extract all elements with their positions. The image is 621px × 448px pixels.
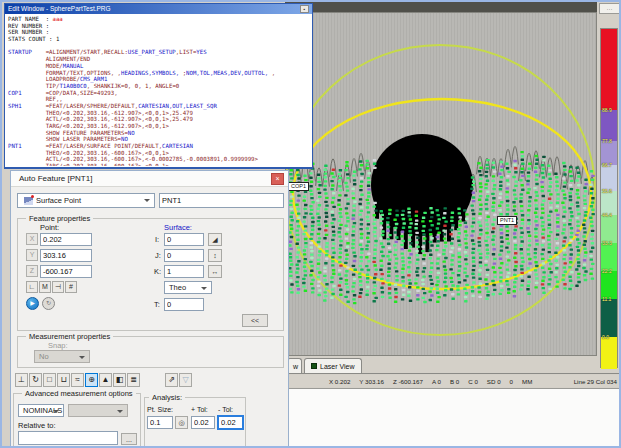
scan-point-cloud-scene	[286, 13, 596, 355]
screenshot-root: COP1 PNT1 ··· 88.977.866.755.644.433.322…	[0, 0, 621, 448]
status-item: Line 29 Col 034	[574, 378, 617, 385]
relative-to-label: Relative to:	[18, 421, 56, 430]
edit-window-menu-button[interactable]: ▪	[300, 5, 309, 13]
surface-label: Surface:	[164, 223, 192, 232]
zigzag-scan-button[interactable]: ≈	[71, 373, 84, 387]
feature-name-input[interactable]	[159, 193, 284, 208]
pnt-label: PNT1	[497, 216, 517, 225]
status-bar: X 0.202Y 303.16Z -600.167A 0B 0C 0SD 00M…	[285, 375, 621, 387]
offset-button[interactable]: ◧	[113, 373, 126, 387]
graphics-viewport[interactable]: COP1 PNT1	[285, 12, 597, 356]
status-item: C 0	[468, 378, 478, 385]
code-line	[8, 43, 309, 50]
tab-laser-view[interactable]: Laser View	[304, 358, 362, 373]
profile-button[interactable]: ⊔	[57, 373, 70, 387]
color-scale-options-button[interactable]: ···	[599, 3, 620, 14]
crosshair-target-button[interactable]: ⊕	[85, 373, 98, 387]
snap-value: No	[39, 352, 49, 361]
advanced-options-group: Advanced measurement options NOMINALS Re…	[13, 393, 141, 448]
point-anchor-toggle-button[interactable]: ⊣	[52, 281, 64, 293]
code-line: TARG/<0.202,303.16,-600.167>,<0,0,1>	[8, 163, 309, 166]
i-label: I:	[155, 235, 159, 244]
flip-vector-icon[interactable]: ↕	[208, 249, 222, 262]
coordinate-toggle-button[interactable]: ∟	[26, 281, 38, 293]
filter-button[interactable]: ▽	[179, 373, 192, 387]
plus-tol-label: + Tol:	[191, 406, 208, 413]
code-line: SPH1 =FEAT/LASER/SPHERE/DEFAULT,CARTESIA…	[8, 103, 309, 110]
analysis-title: Analysis:	[149, 393, 185, 402]
scale-segment-bright-green	[601, 243, 617, 271]
analysis-group: Analysis: Pt. Size: + Tol: - Tol: ◎	[144, 397, 246, 447]
relative-to-input[interactable]	[18, 431, 118, 445]
close-icon[interactable]: ×	[271, 173, 284, 185]
point-z-input[interactable]	[40, 265, 92, 278]
status-item: B 0	[450, 378, 459, 385]
surface-j-input[interactable]	[164, 249, 204, 262]
k-label: K:	[154, 267, 161, 276]
code-line: SHOW LASER PARAMETERS=NO	[8, 136, 309, 143]
dialog-titlebar[interactable]: Auto Feature [PNT1] ×	[11, 171, 288, 187]
secondary-nominals-dropdown[interactable]	[68, 404, 128, 417]
code-line: ACTL/<0.202,303.16,-612.907>,<0,0,1>,25.…	[8, 116, 309, 123]
scale-tick-label: 0.0	[602, 334, 609, 340]
code-line: THEO/<0.202,303.16,-600.167>,<0,0,1>	[8, 150, 309, 157]
grid-toggle-button[interactable]: #	[65, 281, 77, 293]
remeasure-button[interactable]: ↻	[42, 297, 55, 310]
t-label: T:	[154, 300, 160, 309]
code-editor[interactable]: PART NAME : aaaREV NUMBER :SER NUMBER :S…	[5, 14, 312, 166]
z-axis-button[interactable]: Z	[26, 265, 38, 277]
nominals-value: NOMINALS	[23, 406, 62, 415]
test-point-button[interactable]: ▶	[26, 297, 39, 310]
analysis-view-icon[interactable]: ◎	[175, 416, 188, 429]
j-label: J:	[155, 251, 161, 260]
x-axis-button[interactable]: X	[26, 233, 38, 245]
cop-label: COP1	[288, 182, 309, 191]
surface-k-input[interactable]	[164, 265, 204, 278]
code-line: SER NUMBER :	[8, 29, 309, 36]
scale-tick-label: 77.8	[602, 138, 612, 144]
scale-segment-purple	[601, 110, 617, 141]
code-line: REF,,	[8, 96, 309, 103]
region-button[interactable]: □	[43, 373, 56, 387]
browse-button[interactable]: ...	[121, 433, 137, 445]
scale-tick-label: 88.9	[602, 107, 612, 113]
status-item: 0	[510, 378, 513, 385]
snap-dropdown[interactable]: No	[34, 350, 90, 363]
rotate-button[interactable]: ↻	[29, 373, 42, 387]
point-x-input[interactable]	[40, 233, 92, 246]
status-item: A 0	[432, 378, 441, 385]
tab-partial-view[interactable]: w	[287, 358, 302, 373]
code-line: ACTL/<0.202,303.16,-600.167>,<-0.0002785…	[8, 156, 309, 163]
nominals-dropdown[interactable]: NOMINALS	[18, 404, 64, 417]
code-line: LOADPROBE/CMS_ARM1	[8, 76, 309, 83]
theo-dropdown[interactable]: Theo	[164, 281, 212, 294]
scale-tick-label: 22.2	[602, 268, 612, 274]
edit-window-titlebar[interactable]: Edit Window - SpherePartTest.PRG ▪	[5, 4, 312, 14]
point-option-toggle-row: ∟M⊣#	[26, 281, 77, 293]
vector-point-button[interactable]: ⇗	[165, 373, 178, 387]
feature-properties-title: Feature properties	[26, 214, 93, 223]
scale-tick-label: 11.1	[602, 296, 611, 302]
t-value-input[interactable]	[164, 298, 204, 311]
minus-tol-input[interactable]	[218, 416, 243, 429]
depth-button[interactable]: ▲	[99, 373, 112, 387]
code-line: TARG/<0.202,303.16,-612.907>,<0,0,1>	[8, 123, 309, 130]
scale-segment-light-green	[601, 215, 617, 243]
scale-tick-label: 66.7	[602, 162, 612, 168]
point-density-button[interactable]: ≣	[127, 373, 140, 387]
deviation-color-scale: 88.977.866.755.644.433.322.211.10.0	[600, 28, 618, 368]
collapse-dialog-button[interactable]: <<	[242, 314, 268, 327]
scale-segment-dark-teal	[601, 299, 617, 337]
pt-size-input[interactable]	[147, 416, 173, 429]
plus-tol-input[interactable]	[191, 416, 215, 429]
point-y-input[interactable]	[40, 249, 92, 262]
normalize-vector-icon[interactable]: ↔	[208, 265, 222, 278]
feature-type-dropdown[interactable]: Surface Point	[17, 193, 155, 208]
vector-from-cad-icon[interactable]: ◢	[208, 233, 222, 246]
surface-nominals-toggle-button[interactable]: M	[39, 281, 51, 293]
surface-i-input[interactable]	[164, 233, 204, 246]
scale-tick-label: 44.4	[602, 212, 612, 218]
edit-window-title: Edit Window - SpherePartTest.PRG	[8, 4, 300, 14]
sensor-probe-button[interactable]: ⊥	[15, 373, 28, 387]
y-axis-button[interactable]: Y	[26, 249, 38, 261]
